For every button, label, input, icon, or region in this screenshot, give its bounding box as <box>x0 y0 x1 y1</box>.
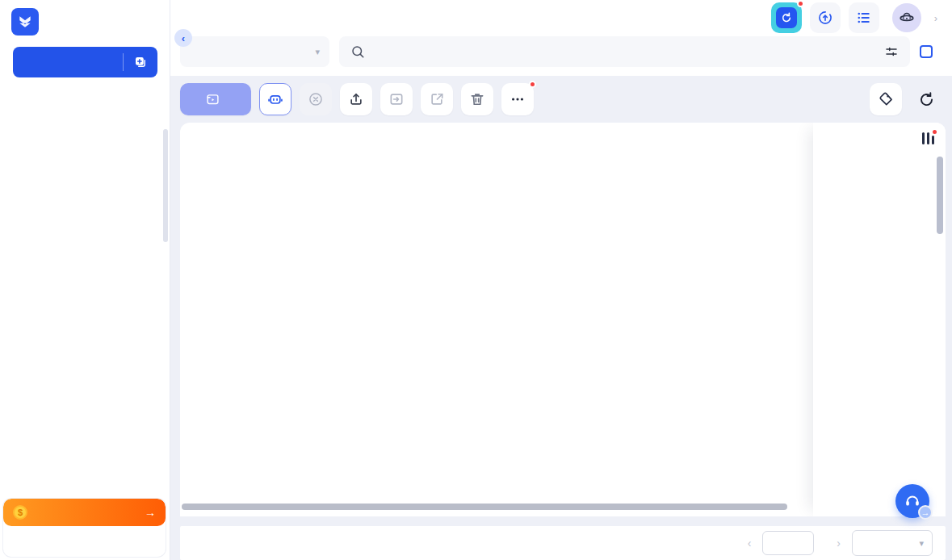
search-box[interactable] <box>339 36 910 67</box>
prev-page-button[interactable]: ‹ <box>748 537 752 550</box>
sidebar-scrollbar[interactable] <box>163 129 168 242</box>
search-input[interactable] <box>373 45 876 58</box>
rpa-task-button[interactable] <box>259 83 291 115</box>
extension-app-icon[interactable] <box>771 2 802 33</box>
main-area: › ▾ <box>170 0 952 560</box>
bulk-toolbar <box>170 76 952 123</box>
user-account-chip[interactable]: › <box>887 1 942 35</box>
vertical-scrollbar[interactable] <box>937 157 943 234</box>
bulk-open-button[interactable] <box>180 83 251 115</box>
pagination-bar: ‹ › ▾ <box>180 526 946 560</box>
promo-banner[interactable]: $ → <box>3 499 166 526</box>
sidebar: $ → <box>0 0 170 560</box>
app-root: $ → ‹ <box>0 0 952 560</box>
operations-column <box>813 123 946 516</box>
column-settings-icon[interactable] <box>922 132 935 144</box>
chevron-right-icon: › <box>934 12 937 24</box>
close-all-button[interactable] <box>300 83 332 115</box>
new-browser-button[interactable] <box>13 47 157 77</box>
more-actions-button[interactable] <box>501 83 534 115</box>
refresh-button[interactable] <box>910 83 942 115</box>
promo-card: $ → <box>3 499 166 557</box>
notification-dot <box>529 81 536 88</box>
export-upload-button[interactable] <box>340 83 372 115</box>
filter-bar: ▾ <box>170 36 952 76</box>
advanced-filter-icon[interactable] <box>884 44 899 59</box>
notification-dot <box>797 0 804 7</box>
notification-dot <box>931 128 938 136</box>
promo-body <box>3 526 166 557</box>
import-button[interactable] <box>380 83 413 115</box>
page-size-select[interactable]: ▾ <box>852 530 933 556</box>
group-filter-select[interactable]: ▾ <box>180 36 329 67</box>
update-sync-icon[interactable] <box>810 2 841 33</box>
avatar <box>892 3 921 32</box>
chevron-down-icon: ▾ <box>315 47 320 57</box>
brand-logo <box>0 0 170 42</box>
task-list-icon[interactable] <box>849 2 879 33</box>
adspower-logo-icon <box>11 8 39 36</box>
topbar: › <box>170 0 952 36</box>
support-chat-button[interactable]: → <box>895 484 929 518</box>
checkbox-icon[interactable] <box>920 45 933 58</box>
arrow-right-icon: → <box>145 506 156 519</box>
opened-filter-checkbox[interactable] <box>920 45 939 58</box>
horizontal-scrollbar[interactable] <box>182 504 787 510</box>
chevron-down-icon: ▾ <box>919 538 924 549</box>
share-button[interactable] <box>421 83 453 115</box>
environment-table <box>180 123 946 516</box>
sidebar-collapse-button[interactable]: ‹ <box>174 29 192 47</box>
delete-button[interactable] <box>461 83 493 115</box>
content-area: ‹ › ▾ <box>170 76 952 560</box>
tag-manage-button[interactable] <box>870 83 902 115</box>
search-icon <box>350 44 365 59</box>
arrow-right-icon: → <box>918 505 933 520</box>
next-page-button[interactable]: › <box>837 537 841 550</box>
coin-icon: $ <box>13 505 27 520</box>
batch-create-icon[interactable] <box>124 55 157 69</box>
page-number-input[interactable] <box>762 531 814 555</box>
